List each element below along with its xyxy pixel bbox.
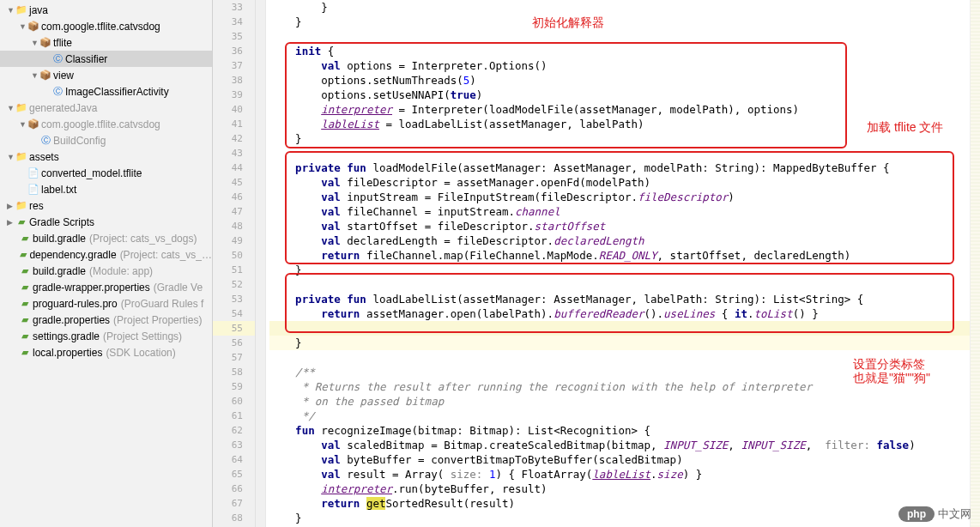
tree-folder-tflite[interactable]: ▼📦tflite xyxy=(0,34,212,51)
project-tree[interactable]: ▼📁java ▼📦com.google.tflite.catvsdog ▼📦tf… xyxy=(0,0,213,527)
gutter: 3334353637383940414243444546474849505152… xyxy=(213,0,256,527)
tree-file-gradle[interactable]: ▰build.gradle(Module: app) xyxy=(0,263,212,279)
tree-file-gradle[interactable]: ▰local.properties(SDK Location) xyxy=(0,344,212,360)
tree-file-gradle[interactable]: ▰proguard-rules.pro(ProGuard Rules f xyxy=(0,295,212,312)
tree-file-buildconfig[interactable]: ⒸBuildConfig xyxy=(0,132,212,148)
tree-file-model[interactable]: 📄converted_model.tflite xyxy=(0,165,212,181)
tree-package[interactable]: ▼📦com.google.tflite.catvsdog xyxy=(0,18,212,34)
code-editor[interactable]: } } init { val options = Interpreter.Opt… xyxy=(266,0,980,527)
tree-file-classifier[interactable]: ⒸClassifier xyxy=(0,51,212,67)
tree-package[interactable]: ▼📦com.google.tflite.catvsdog xyxy=(0,116,212,132)
tree-file-gradle[interactable]: ▰build.gradle(Project: cats_vs_dogs) xyxy=(0,230,212,246)
tree-file-gradle[interactable]: ▰dependency.gradle(Project: cats_vs_… xyxy=(0,246,212,263)
tree-folder-generated[interactable]: ▼📁generatedJava xyxy=(0,100,212,116)
tree-file-gradle[interactable]: ▰gradle-wrapper.properties(Gradle Ve xyxy=(0,279,212,295)
fold-gutter xyxy=(256,0,266,527)
tree-folder-view[interactable]: ▼📦view xyxy=(0,67,212,83)
watermark: php中文网 xyxy=(898,506,971,522)
tree-file-activity[interactable]: ⒸImageClassifierActivity xyxy=(0,83,212,100)
tree-file-gradle[interactable]: ▰gradle.properties(Project Properties) xyxy=(0,312,212,328)
tree-folder-res[interactable]: ▶📁res xyxy=(0,197,212,214)
tree-gradle-scripts[interactable]: ▶▰Gradle Scripts xyxy=(0,214,212,230)
tree-folder-java[interactable]: ▼📁java xyxy=(0,2,212,18)
minimap[interactable] xyxy=(970,0,980,527)
tree-file-gradle[interactable]: ▰settings.gradle(Project Settings) xyxy=(0,328,212,344)
tree-folder-assets[interactable]: ▼📁assets xyxy=(0,148,212,165)
tree-file-label[interactable]: 📄label.txt xyxy=(0,181,212,197)
